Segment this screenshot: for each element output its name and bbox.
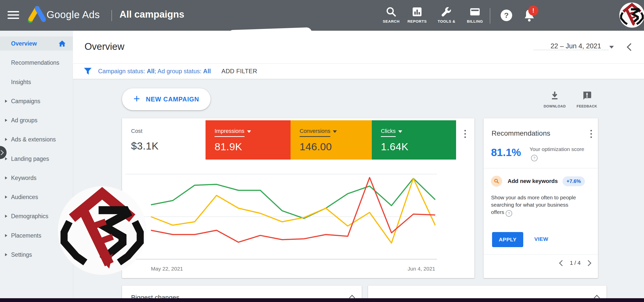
metric-tile-conversions[interactable]: Conversions146.00 [291,120,372,160]
sidebar-item-overview[interactable]: Overview [0,36,73,51]
download-button[interactable]: DOWNLOAD [538,91,571,108]
help-icon[interactable]: ? [501,10,512,21]
sidebar-item-recommendations[interactable]: Recommendations [0,56,73,70]
active-filters[interactable]: Campaign status: All; Ad group status: A… [98,68,211,75]
sidebar-item-label: Placements [11,232,41,239]
sidebar-item-label: Recommendations [11,59,59,66]
metric-tile-impressions[interactable]: Impressions81.9K [206,120,291,160]
expand-arrow-icon [5,138,7,141]
topnav-separator [490,8,490,24]
topnav-label: REPORTS [403,19,431,23]
feedback-icon [582,91,592,101]
filter-middle: ; Ad group status: [154,68,203,74]
pager-count: 1 / 4 [570,260,581,266]
question-circle-icon[interactable]: ? [506,210,512,217]
recommendations-card: Recommendations 81.1% Your optimization … [484,118,598,278]
metric-label: Clicks [381,128,396,137]
recommendations-title: Recommendations [492,129,550,137]
expand-arrow-icon [5,157,7,160]
sidebar-item-label: Audiences [11,194,38,201]
view-link[interactable]: VIEW [534,236,548,242]
sidebar-item-label: Demographics [11,213,48,220]
chevron-down-icon [333,130,337,133]
reports-icon [403,6,431,18]
sidebar-item-label: Campaigns [11,98,40,105]
sidebar-item-label: Ads & extensions [11,136,56,143]
add-filter-button[interactable]: ADD FILTER [221,68,257,75]
header-divider [73,63,644,64]
sidebar-item-insights[interactable]: Insights [0,75,73,89]
topbar-nav: SEARCHREPORTSTOOLS &BILLING [0,0,644,31]
filter-value-1: All [147,68,154,74]
metric-value: 146.00 [300,141,372,153]
white-smudge [525,37,545,48]
topnav-billing-button[interactable]: BILLING [461,6,489,23]
white-smudge [525,54,540,57]
search-icon [377,6,405,18]
question-circle-icon[interactable]: ? [531,155,538,161]
sidebar-item-landing-pages[interactable]: Landing pages [0,152,73,166]
watermark-logo-large [58,186,146,275]
optimization-score-label: Your optimization score? [530,145,590,161]
filter-bar: Campaign status: All; Ad group status: A… [73,64,644,79]
new-campaign-button[interactable]: + NEW CAMPAIGN [122,88,211,110]
page-header: Overview 22 – Jun 4, 2021 [73,31,644,63]
metric-tile-clicks[interactable]: Clicks1.64K [372,120,456,160]
date-range-picker[interactable]: 22 – Jun 4, 2021 [550,42,614,53]
topnav-label: TOOLS & [433,19,460,23]
sidebar-item-ad-groups[interactable]: Ad groups [0,113,73,127]
feedback-label: FEEDBACK [571,104,603,108]
metric-label: Impressions [215,128,245,137]
sidebar-item-label: Keywords [11,175,36,181]
recommendations-menu-icon[interactable] [590,130,592,140]
x-axis-label: May 22, 2021 [151,266,183,272]
wrench-icon [433,6,460,18]
expand-arrow-icon [5,100,7,103]
chevron-down-icon [609,46,614,49]
new-campaign-label: NEW CAMPAIGN [146,96,199,103]
topnav-tools-button[interactable]: TOOLS & [433,6,460,23]
filter-funnel-icon [84,68,92,75]
bottom-dark-strip [0,298,644,302]
chart-card-menu-icon[interactable] [464,130,466,140]
recommendations-pager: 1 / 4 [560,260,590,266]
sidebar-item-campaigns[interactable]: Campaigns [0,94,73,108]
sidebar-item-label: Settings [11,251,32,258]
expand-arrow-icon [5,196,7,199]
recommendation-item[interactable]: Add new keywords +7.6% [491,176,585,187]
metric-tile-cost[interactable]: Cost$3.1K [122,120,206,160]
sidebar-item-ads-extensions[interactable]: Ads & extensions [0,132,73,146]
series-conversions [151,178,435,243]
x-axis-label: Jun 4, 2021 [408,266,435,272]
filter-value-2: All [203,68,211,74]
topnav-search-button[interactable]: SEARCH [377,6,405,23]
sidebar-item-keywords[interactable]: Keywords [0,171,73,185]
feedback-button[interactable]: FEEDBACK [571,91,603,108]
topnav-reports-button[interactable]: REPORTS [403,6,431,23]
performance-chart-card: Cost$3.1KImpressions81.9KConversions146.… [122,118,474,278]
card-divider [484,168,598,168]
download-label: DOWNLOAD [538,104,571,108]
sidebar-item-label: Insights [11,79,31,86]
series-clicks [151,178,435,218]
trend-line-chart: May 22, 2021Jun 4, 2021 [122,162,474,278]
recommendation-item-title: Add new keywords [508,178,560,184]
uplift-badge: +7.6% [562,176,585,186]
apply-button[interactable]: APPLY [492,232,523,247]
recommendation-description: Show your ads more often to people searc… [491,194,579,217]
card-divider [484,254,598,254]
pager-next-icon[interactable] [585,260,591,266]
plus-icon: + [133,93,140,104]
keyword-search-icon [491,176,502,187]
date-next-button[interactable] [642,43,644,51]
score-label-text: Your optimization score [530,146,584,152]
recommendation-body-text: Show your ads more often to people searc… [491,195,576,215]
notification-badge: ! [528,6,538,16]
date-prev-button[interactable] [627,43,634,51]
metric-value: $3.1K [131,140,206,152]
series-impressions [151,178,435,242]
home-icon [58,40,66,49]
metric-label: Conversions [300,128,330,137]
pager-prev-icon[interactable] [559,260,565,266]
expand-arrow-icon [5,253,7,256]
